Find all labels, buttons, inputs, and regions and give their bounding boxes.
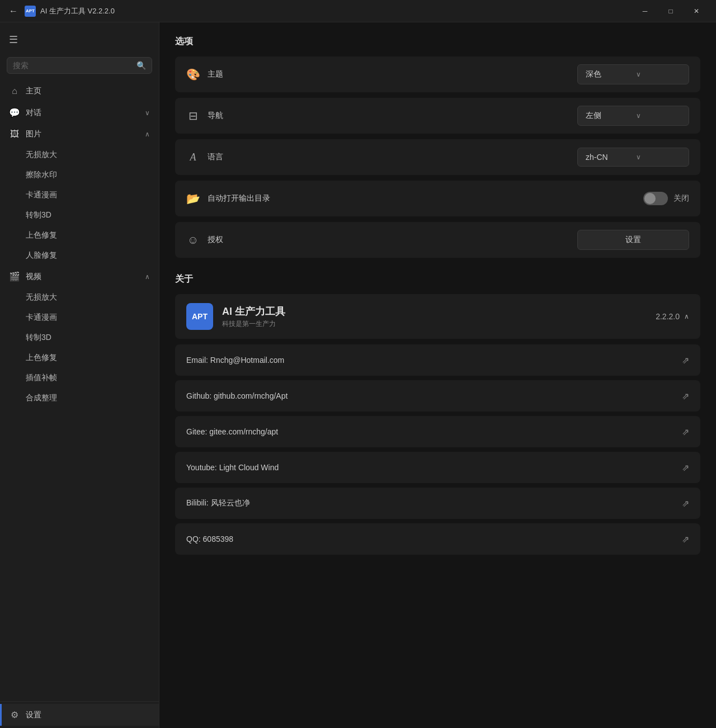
option-auth: ☺ 授权 设置 (175, 222, 700, 258)
option-theme: 🎨 主题 深色 ∨ (175, 56, 700, 92)
auth-set-button[interactable]: 设置 (577, 230, 689, 250)
sidebar-subitem-image-color[interactable]: 上色修复 (0, 225, 159, 245)
window-controls: ─ □ ✕ (632, 2, 709, 20)
chevron-down-icon: ∨ (145, 109, 150, 117)
about-section: 关于 APT AI 生产力工具 科技是第一生产力 2.2.2.0 ∧ Email… (175, 273, 700, 555)
search-icon: 🔍 (136, 61, 146, 70)
nav-label: 导航 (208, 111, 577, 121)
external-link-icon: ⇗ (682, 355, 689, 366)
search-input[interactable] (13, 61, 132, 70)
option-auto-open: 📂 自动打开输出目录 关闭 (175, 181, 700, 216)
chevron-up-icon: ∧ (145, 273, 150, 281)
home-icon: ⌂ (9, 86, 20, 96)
sidebar-item-image[interactable]: 🖼 图片 ∧ (0, 124, 159, 145)
link-gitee[interactable]: Gitee: gitee.com/rnchg/apt ⇗ (175, 416, 700, 447)
app-icon: APT (25, 6, 36, 17)
link-email[interactable]: Email: Rnchg@Hotmail.com ⇗ (175, 344, 700, 376)
sidebar-item-label: 对话 (26, 108, 139, 118)
auth-label: 授权 (208, 235, 577, 245)
sidebar-item-label: 视频 (26, 272, 139, 282)
sidebar: ☰ 🔍 ⌂ 主页 💬 对话 ∨ 🖼 图片 ∧ 无损放大 擦除水印 (0, 22, 159, 728)
sidebar-item-label: 设置 (26, 710, 150, 720)
sidebar-subitem-image-upscale[interactable]: 无损放大 (0, 145, 159, 165)
window-title: AI 生产力工具 V2.2.2.0 (40, 6, 632, 16)
language-icon: A (186, 152, 200, 163)
link-youtube-text: Youtube: Light Cloud Wind (186, 463, 682, 472)
theme-select[interactable]: 深色 ∨ (577, 64, 689, 84)
theme-value: 深色 (586, 69, 630, 79)
auto-open-label: 自动打开输出目录 (208, 193, 643, 204)
sidebar-subitem-image-3d[interactable]: 转制3D (0, 205, 159, 225)
language-value: zh-CN (586, 153, 630, 162)
theme-label: 主题 (208, 69, 577, 79)
sidebar-subitem-image-watermark[interactable]: 擦除水印 (0, 165, 159, 185)
chevron-down-icon: ∨ (636, 70, 681, 78)
external-link-icon: ⇗ (682, 498, 689, 509)
link-email-text: Email: Rnchg@Hotmail.com (186, 356, 682, 365)
language-control: zh-CN ∨ (577, 148, 689, 167)
sidebar-subitem-video-interp[interactable]: 插值补帧 (0, 368, 159, 388)
folder-icon: 📂 (186, 192, 200, 205)
app-info-row: APT AI 生产力工具 科技是第一生产力 2.2.2.0 ∧ (175, 294, 700, 339)
external-link-icon: ⇗ (682, 534, 689, 545)
language-select[interactable]: zh-CN ∨ (577, 148, 689, 167)
link-github[interactable]: Github: github.com/rnchg/Apt ⇗ (175, 380, 700, 412)
theme-icon: 🎨 (186, 68, 200, 81)
theme-control: 深色 ∨ (577, 64, 689, 84)
back-button[interactable]: ← (7, 4, 20, 18)
app-logo: APT (186, 303, 213, 330)
sidebar-subitem-video-color[interactable]: 上色修复 (0, 348, 159, 368)
app-name: AI 生产力工具 (222, 305, 656, 318)
external-link-icon: ⇗ (682, 427, 689, 437)
minimize-button[interactable]: ─ (632, 2, 658, 20)
sidebar-footer: ⚙ 设置 (0, 701, 159, 728)
chevron-down-icon: ∨ (636, 112, 681, 120)
sidebar-item-home[interactable]: ⌂ 主页 (0, 81, 159, 102)
auto-open-toggle[interactable] (643, 192, 668, 205)
link-youtube[interactable]: Youtube: Light Cloud Wind ⇗ (175, 452, 700, 483)
hamburger-icon[interactable]: ☰ (7, 31, 20, 48)
nav-select[interactable]: 左侧 ∨ (577, 106, 689, 126)
main-content: 选项 🎨 主题 深色 ∨ ⊟ 导航 左侧 ∨ (159, 22, 716, 728)
link-qq[interactable]: QQ: 6085398 ⇗ (175, 523, 700, 555)
about-section-title: 关于 (175, 273, 700, 285)
video-icon: 🎬 (9, 271, 20, 282)
sidebar-item-video[interactable]: 🎬 视频 ∧ (0, 266, 159, 287)
sidebar-item-settings[interactable]: ⚙ 设置 (0, 704, 159, 726)
sidebar-item-dialogue[interactable]: 💬 对话 ∨ (0, 102, 159, 124)
chevron-down-icon: ∨ (636, 153, 681, 161)
search-box[interactable]: 🔍 (7, 57, 152, 74)
option-language: A 语言 zh-CN ∨ (175, 139, 700, 175)
link-github-text: Github: github.com/rnchg/Apt (186, 391, 682, 400)
sidebar-header: ☰ (0, 22, 159, 53)
dialogue-icon: 💬 (9, 107, 20, 118)
sidebar-subitem-video-upscale[interactable]: 无损放大 (0, 287, 159, 308)
auth-icon: ☺ (186, 234, 200, 247)
auto-open-control: 关闭 (643, 192, 689, 205)
maximize-button[interactable]: □ (658, 2, 684, 20)
sidebar-item-label: 图片 (26, 129, 139, 139)
close-button[interactable]: ✕ (684, 2, 709, 20)
sidebar-subitem-video-compose[interactable]: 合成整理 (0, 388, 159, 408)
nav-value: 左侧 (586, 111, 630, 121)
option-nav: ⊟ 导航 左侧 ∨ (175, 98, 700, 134)
app-slogan: 科技是第一生产力 (222, 319, 656, 329)
auto-open-toggle-label: 关闭 (673, 193, 689, 204)
settings-icon: ⚙ (9, 710, 20, 720)
sidebar-subitem-video-cartoon[interactable]: 卡通漫画 (0, 308, 159, 328)
image-icon: 🖼 (9, 129, 20, 139)
sidebar-subitem-image-face[interactable]: 人脸修复 (0, 245, 159, 266)
app-version: 2.2.2.0 (656, 312, 680, 321)
link-bilibili[interactable]: Bilibili: 风轻云也净 ⇗ (175, 488, 700, 519)
link-bilibili-text: Bilibili: 风轻云也净 (186, 498, 682, 508)
app-container: ☰ 🔍 ⌂ 主页 💬 对话 ∨ 🖼 图片 ∧ 无损放大 擦除水印 (0, 22, 716, 728)
sidebar-subitem-image-cartoon[interactable]: 卡通漫画 (0, 185, 159, 205)
chevron-up-icon: ∧ (684, 313, 689, 320)
language-label: 语言 (208, 152, 577, 162)
nav-icon: ⊟ (186, 109, 200, 122)
sidebar-item-label: 主页 (26, 86, 150, 96)
external-link-icon: ⇗ (682, 391, 689, 401)
nav-control: 左侧 ∨ (577, 106, 689, 126)
titlebar: ← APT AI 生产力工具 V2.2.2.0 ─ □ ✕ (0, 0, 716, 22)
sidebar-subitem-video-3d[interactable]: 转制3D (0, 328, 159, 348)
